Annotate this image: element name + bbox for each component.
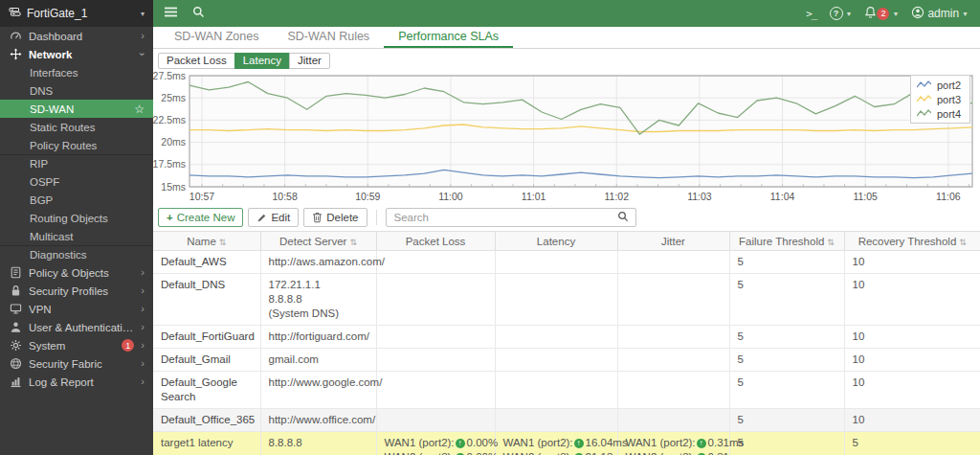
sla-row-default-office-365[interactable]: Default_Office_365http://www.office.com/…	[153, 409, 980, 432]
column-header-name[interactable]: Name⇅	[153, 232, 260, 251]
table-search-input[interactable]	[387, 212, 611, 223]
member-metric-line: WAN1 (port2):↑16.04ms	[503, 436, 610, 450]
sla-row-default-aws[interactable]: Default_AWShttp://aws.amazon.com/510	[153, 251, 980, 274]
legend-item-port3[interactable]: port3	[917, 92, 961, 106]
create-new-button[interactable]: + Create New	[158, 208, 243, 227]
cell-latency	[495, 349, 617, 372]
sidebar-item-ospf[interactable]: OSPF	[0, 172, 153, 191]
sidebar-item-label: SD-WAN	[30, 103, 127, 115]
sla-row-default-gmail[interactable]: Default_Gmailgmail.com510	[153, 349, 980, 372]
edit-button[interactable]: Edit	[248, 208, 299, 227]
column-header-jitter: Jitter	[617, 232, 729, 251]
member-label: WAN1 (port2):	[385, 436, 455, 450]
cell-detect-server: http://fortiguard.com/	[260, 326, 376, 349]
sidebar-item-security-fabric[interactable]: Security Fabric›	[0, 354, 153, 373]
sidebar-item-dashboard[interactable]: Dashboard›	[0, 27, 153, 45]
column-header-detect-server[interactable]: Detect Server⇅	[260, 232, 376, 251]
favorite-star-icon[interactable]: ☆	[134, 102, 145, 116]
latency-chart: 15ms17.5ms20ms22.5ms25ms27.5ms10:5710:58…	[153, 72, 980, 206]
chevron-down-icon: ▼	[846, 11, 853, 17]
member-metric-line: WAN2 (port3):↑21.13ms	[503, 450, 610, 455]
member-label: WAN2 (port3):	[626, 450, 696, 455]
cell-packet-loss	[376, 274, 495, 326]
subtab-latency[interactable]: Latency	[234, 53, 290, 69]
cell-jitter	[617, 274, 729, 326]
sidebar-item-system[interactable]: System1›	[0, 336, 153, 354]
delete-button[interactable]: Delete	[303, 208, 367, 227]
user-menu-button[interactable]: admin ▼	[911, 6, 969, 22]
column-header-latency: Latency	[495, 232, 617, 251]
cell-latency	[495, 409, 617, 432]
member-metric-line: WAN1 (port2):↑0.00%	[385, 436, 487, 450]
svg-text:22.5ms: 22.5ms	[153, 114, 186, 125]
svg-text:11:06: 11:06	[936, 191, 961, 202]
sort-icon: ⇅	[219, 238, 227, 247]
cell-latency	[495, 326, 617, 349]
legend-item-port2[interactable]: port2	[917, 78, 961, 92]
sidebar-item-routing-objects[interactable]: Routing Objects	[0, 209, 153, 227]
status-up-arrow-icon: ↑	[456, 439, 465, 448]
sidebar-item-dns[interactable]: DNS	[0, 81, 153, 100]
sidebar-item-diagnostics[interactable]: Diagnostics	[0, 245, 153, 263]
sidebar-item-policy-objects[interactable]: Policy & Objects›	[0, 263, 153, 282]
cell-failure-threshold: 5	[729, 432, 844, 455]
cell-recovery-threshold: 10	[844, 274, 980, 326]
cell-latency	[495, 274, 617, 326]
pencil-icon	[256, 213, 267, 223]
server-line: 8.8.8.8	[269, 292, 368, 307]
sidebar-item-bgp[interactable]: BGP	[0, 191, 153, 209]
help-menu-button[interactable]: ? ▼	[830, 7, 853, 20]
sidebar-item-vpn[interactable]: VPN›	[0, 300, 153, 318]
subtab-jitter[interactable]: Jitter	[289, 53, 330, 69]
sidebar-item-label: VPN	[29, 304, 134, 315]
tab-performance-slas[interactable]: Performance SLAs	[384, 27, 513, 48]
sidebar: FortiGate_1 ▾ Dashboard›Network›Interfac…	[0, 0, 153, 455]
sidebar-item-network[interactable]: Network›	[0, 45, 153, 63]
sidebar-item-label: Log & Report	[29, 376, 134, 388]
sla-row-default-fortiguard[interactable]: Default_FortiGuardhttp://fortiguard.com/…	[153, 326, 980, 349]
sla-row-target1-latency[interactable]: target1 latency8.8.8.8WAN1 (port2):↑0.00…	[153, 432, 980, 455]
svg-text:11:05: 11:05	[853, 191, 878, 202]
sidebar-item-sd-wan[interactable]: SD-WAN☆	[0, 100, 153, 118]
sidebar-item-log-report[interactable]: Log & Report›	[0, 373, 153, 391]
cli-console-button[interactable]: >_	[806, 8, 816, 20]
legend-line-swatch	[917, 95, 931, 103]
sidebar-item-label: Routing Objects	[30, 213, 145, 224]
cell-jitter: WAN1 (port2):↑0.31msWAN2 (port3):↑0.31ms…	[617, 432, 729, 455]
cell-name: Default_Google Search	[153, 372, 260, 409]
sidebar-item-security-profiles[interactable]: Security Profiles›	[0, 282, 153, 300]
table-search-button[interactable]	[611, 209, 635, 226]
sidebar-header-device[interactable]: FortiGate_1 ▾	[0, 0, 153, 27]
sidebar-item-interfaces[interactable]: Interfaces	[0, 63, 153, 81]
legend-label: port4	[937, 108, 961, 120]
server-line: 8.8.8.8	[269, 436, 368, 450]
cell-packet-loss	[376, 409, 495, 432]
cell-latency	[495, 251, 617, 274]
status-up-arrow-icon: ↑	[574, 439, 584, 448]
tab-sd-wan-zones[interactable]: SD-WAN Zones	[160, 27, 273, 48]
fortigate-app: FortiGate_1 ▾ Dashboard›Network›Interfac…	[0, 0, 980, 455]
sla-row-default-google-search[interactable]: Default_Google Searchhttp://www.google.c…	[153, 372, 980, 409]
metric-value: 0.00%	[467, 450, 499, 455]
global-search-button[interactable]	[192, 6, 205, 21]
tab-sd-wan-rules[interactable]: SD-WAN Rules	[273, 27, 384, 48]
cell-failure-threshold: 5	[729, 372, 844, 409]
sidebar-item-rip[interactable]: RIP	[0, 154, 153, 172]
sidebar-item-static-routes[interactable]: Static Routes	[0, 118, 153, 136]
sidebar-item-user-authentication[interactable]: User & Authentication›	[0, 318, 153, 336]
notifications-button[interactable]: 2 ▼	[864, 6, 899, 22]
svg-text:25ms: 25ms	[161, 92, 186, 103]
sla-row-default-dns[interactable]: Default_DNS172.21.1.18.8.8.8(System DNS)…	[153, 274, 980, 326]
subtab-packet-loss[interactable]: Packet Loss	[158, 53, 235, 69]
sidebar-item-policy-routes[interactable]: Policy Routes	[0, 136, 153, 154]
column-header-failure-threshold[interactable]: Failure Threshold⇅	[729, 232, 844, 251]
metric-value: 0.31ms	[708, 450, 745, 455]
column-header-recovery-threshold[interactable]: Recovery Threshold⇅	[844, 232, 980, 251]
sidebar-item-multicast[interactable]: Multicast	[0, 227, 153, 245]
notification-badge: 1	[122, 339, 134, 352]
menu-toggle-button[interactable]	[165, 7, 177, 20]
sidebar-item-label: Security Profiles	[29, 285, 134, 297]
plus-icon: +	[167, 212, 173, 223]
legend-item-port4[interactable]: port4	[917, 106, 961, 121]
sla-table: Name⇅Detect Server⇅Packet LossLatencyJit…	[153, 231, 980, 455]
